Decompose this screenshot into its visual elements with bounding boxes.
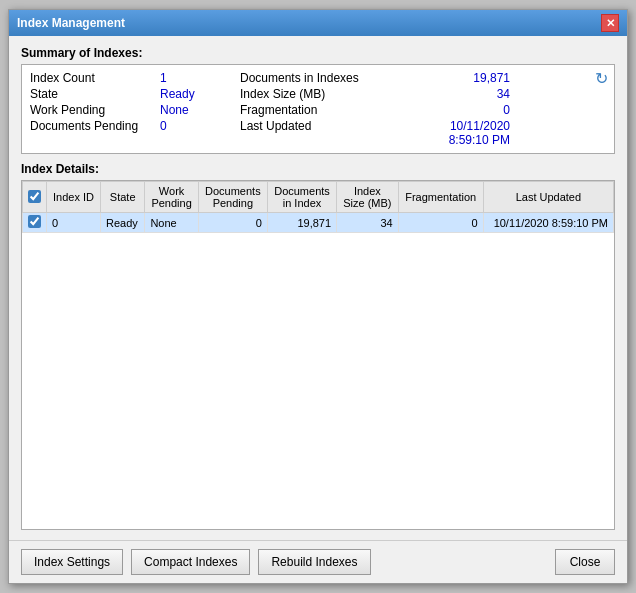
- header-index-size: IndexSize (MB): [337, 182, 399, 213]
- summary-grid: Index Count 1 Documents in Indexes 19,87…: [30, 71, 606, 147]
- header-documents-in-index: Documentsin Index: [267, 182, 336, 213]
- dialog: Index Management ✕ Summary of Indexes: ↻…: [8, 9, 628, 584]
- summary-title: Summary of Indexes:: [21, 46, 615, 60]
- label-last-updated: Last Updated: [240, 119, 410, 147]
- value-fragmentation: 0: [410, 103, 530, 117]
- table-container: Index ID State WorkPending DocumentsPend…: [21, 180, 615, 530]
- index-settings-button[interactable]: Index Settings: [21, 549, 123, 575]
- cell-state: Ready: [100, 213, 144, 233]
- header-checkbox-cell: [23, 182, 47, 213]
- value-work-pending: None: [160, 103, 240, 117]
- cell-last-updated: 10/11/2020 8:59:10 PM: [483, 213, 613, 233]
- close-button[interactable]: Close: [555, 549, 615, 575]
- cell-work-pending: None: [145, 213, 198, 233]
- header-documents-pending: DocumentsPending: [198, 182, 267, 213]
- label-state: State: [30, 87, 160, 101]
- label-work-pending: Work Pending: [30, 103, 160, 117]
- summary-box: ↻ Index Count 1 Documents in Indexes 19,…: [21, 64, 615, 154]
- refresh-icon[interactable]: ↻: [595, 69, 608, 88]
- value-docs-pending: 0: [160, 119, 240, 147]
- rebuild-indexes-button[interactable]: Rebuild Indexes: [258, 549, 370, 575]
- details-title: Index Details:: [21, 162, 615, 176]
- close-icon[interactable]: ✕: [601, 14, 619, 32]
- cell-docs-pending: 0: [198, 213, 267, 233]
- value-index-count: 1: [160, 71, 240, 85]
- summary-section: Summary of Indexes: ↻ Index Count 1 Docu…: [21, 46, 615, 154]
- select-all-checkbox[interactable]: [28, 190, 41, 203]
- table-row[interactable]: 0 Ready None 0 19,871 34 0 10/11/2020 8:…: [23, 213, 614, 233]
- header-last-updated: Last Updated: [483, 182, 613, 213]
- label-docs-pending: Documents Pending: [30, 119, 160, 147]
- label-index-size: Index Size (MB): [240, 87, 410, 101]
- label-docs-in-indexes: Documents in Indexes: [240, 71, 410, 85]
- footer: Index Settings Compact Indexes Rebuild I…: [9, 540, 627, 583]
- label-fragmentation: Fragmentation: [240, 103, 410, 117]
- table-header-row: Index ID State WorkPending DocumentsPend…: [23, 182, 614, 213]
- value-index-size: 34: [410, 87, 530, 101]
- title-bar: Index Management ✕: [9, 10, 627, 36]
- row-checkbox[interactable]: [28, 215, 41, 228]
- content-area: Summary of Indexes: ↻ Index Count 1 Docu…: [9, 36, 627, 540]
- header-state: State: [100, 182, 144, 213]
- header-work-pending: WorkPending: [145, 182, 198, 213]
- index-table: Index ID State WorkPending DocumentsPend…: [22, 181, 614, 233]
- details-section: Index Details: Index ID State WorkPendin…: [21, 162, 615, 530]
- compact-indexes-button[interactable]: Compact Indexes: [131, 549, 250, 575]
- cell-docs-in-index: 19,871: [267, 213, 336, 233]
- header-fragmentation: Fragmentation: [398, 182, 483, 213]
- value-state: Ready: [160, 87, 240, 101]
- value-docs-in-indexes: 19,871: [410, 71, 530, 85]
- row-checkbox-cell: [23, 213, 47, 233]
- cell-fragmentation: 0: [398, 213, 483, 233]
- label-index-count: Index Count: [30, 71, 160, 85]
- header-index-id: Index ID: [47, 182, 101, 213]
- cell-index-id: 0: [47, 213, 101, 233]
- cell-index-size: 34: [337, 213, 399, 233]
- value-last-updated: 10/11/2020 8:59:10 PM: [410, 119, 530, 147]
- dialog-title: Index Management: [17, 16, 125, 30]
